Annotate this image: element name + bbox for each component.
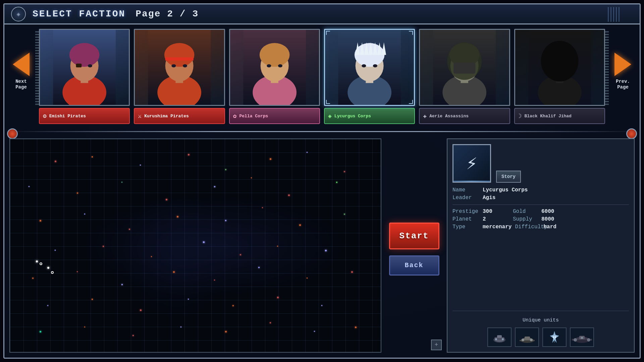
faction-row: ⚙Emishi Pirates⚔Kurushima Pirates✿Pella … [36, 26, 608, 130]
unit-1 [487, 327, 512, 347]
map-dot [47, 267, 49, 269]
start-label: Start [399, 231, 429, 241]
svg-point-54 [541, 41, 578, 81]
prestige-gold-row: Prestige 300 Gold 6000 [452, 208, 629, 215]
unique-units-title: Unique units [452, 317, 629, 323]
map-dot [225, 169, 226, 170]
svg-point-74 [574, 338, 577, 342]
nav-left-label: Next Page [15, 79, 27, 90]
svg-point-12 [164, 43, 195, 67]
next-page-button[interactable]: Prev. Page [609, 28, 636, 115]
faction-label-kurushima: Kurushima Pirates [144, 114, 189, 119]
leader-label: Leader [452, 195, 481, 201]
faction-icon-lycurgus: ◈ [328, 112, 332, 120]
faction-label-pella: Pella Corps [239, 114, 268, 119]
stats-grid: Name Lycurgus Corps Leader Agis Prestige… [452, 187, 629, 306]
map-dot [288, 194, 290, 196]
faction-card-pella[interactable]: ✿Pella Corps [229, 29, 320, 124]
faction-btn-aerie[interactable]: ✚Aerie Assassins [419, 108, 510, 124]
map-dot [314, 331, 315, 332]
faction-btn-pella[interactable]: ✿Pella Corps [229, 108, 320, 124]
svg-point-66 [530, 339, 533, 341]
back-button[interactable]: Back [389, 255, 439, 276]
faction-card-emishi[interactable]: ⚙Emishi Pirates [39, 29, 130, 124]
map-dot [55, 250, 56, 251]
faction-btn-emishi[interactable]: ⚙Emishi Pirates [39, 108, 130, 124]
difficulty-value: hard [543, 224, 556, 230]
faction-icon-aerie: ✚ [423, 112, 427, 120]
svg-point-14 [183, 64, 187, 67]
faction-card-lycurgus[interactable]: ◈Lycurgus Corps [324, 29, 415, 124]
svg-point-4 [69, 43, 100, 67]
map-dot [277, 246, 278, 247]
faction-btn-blackkhalif[interactable]: ☽Black Khalif Jihad [514, 108, 605, 124]
map-dot [344, 214, 345, 215]
units-container [452, 327, 629, 347]
story-label: Story [501, 174, 516, 179]
map-dot [40, 331, 41, 333]
svg-point-75 [587, 338, 590, 342]
main-frame: ◈ Select Faction Page 2 / 3 Next Page Pr… [3, 3, 641, 359]
svg-rect-58 [497, 335, 502, 338]
map-dot [344, 171, 345, 172]
separator [4, 131, 640, 132]
faction-portrait-aerie [419, 29, 510, 106]
name-label: Name [452, 187, 481, 193]
map-dot [132, 335, 134, 336]
svg-point-13 [172, 64, 176, 67]
leader-value: Agis [483, 195, 509, 201]
gold-value: 6000 [541, 208, 554, 215]
map-dot [84, 326, 85, 327]
info-panel: ⚡ Story Name Lycurgus Corps Leader Agis … [447, 138, 635, 353]
back-label: Back [405, 261, 423, 269]
add-button[interactable]: + [431, 340, 442, 350]
type-difficulty-row: Type mercenary Difficulty hard [452, 224, 629, 230]
svg-point-44 [447, 42, 482, 80]
top-bar: ◈ Select Faction Page 2 / 3 [4, 4, 640, 24]
faction-btn-lycurgus[interactable]: ◈Lycurgus Corps [324, 108, 415, 124]
divider1 [452, 204, 629, 205]
map-dot [173, 271, 175, 273]
map-panel [9, 138, 381, 353]
faction-icon-emishi: ⚙ [43, 112, 47, 120]
faction-card-blackkhalif[interactable]: ☽Black Khalif Jihad [514, 29, 605, 124]
map-dot [121, 182, 122, 183]
gold-label: Gold [513, 208, 540, 215]
unit-2 [515, 327, 539, 347]
faction-portrait-lycurgus [324, 29, 415, 106]
map-dot [214, 280, 215, 281]
faction-name-value: Lycurgus Corps [483, 187, 528, 193]
map-dot [140, 165, 141, 166]
supply-label: Supply [513, 216, 540, 222]
map-dot [166, 199, 167, 200]
prestige-value: 300 [483, 208, 509, 215]
type-value: mercenary [483, 224, 512, 230]
start-button[interactable]: Start [389, 223, 439, 249]
corner-decor-ml [7, 128, 18, 139]
difficulty-label: Difficulty [515, 224, 542, 230]
prev-page-button[interactable]: Next Page [8, 28, 35, 115]
faction-label-lycurgus: Lycurgus Corps [334, 114, 371, 119]
top-bar-emblem: ◈ [11, 7, 26, 21]
faction-label-blackkhalif: Black Khalif Jihad [524, 114, 571, 119]
faction-portrait-blackkhalif [514, 29, 605, 106]
svg-rect-45 [453, 63, 475, 74]
corner-decor-mr [626, 128, 637, 139]
faction-btn-kurushima[interactable]: ⚔Kurushima Pirates [134, 108, 225, 124]
map-dot [351, 271, 353, 273]
map-dot [140, 309, 142, 311]
map-dot [240, 254, 241, 255]
svg-point-29 [373, 64, 377, 67]
story-button[interactable]: Story [496, 171, 521, 183]
svg-rect-7 [76, 64, 82, 67]
faction-label-emishi: Emishi Pirates [49, 114, 86, 119]
planet-label: Planet [452, 216, 481, 222]
leader-portrait: ⚡ [452, 144, 491, 183]
svg-point-21 [267, 64, 271, 67]
planet-supply-row: Planet 2 Supply 8000 [452, 216, 629, 222]
svg-rect-62 [525, 337, 530, 340]
galaxy-overlay [10, 139, 381, 352]
map-dot [214, 186, 215, 187]
faction-card-kurushima[interactable]: ⚔Kurushima Pirates [134, 29, 225, 124]
faction-card-aerie[interactable]: ✚Aerie Assassins [419, 29, 510, 124]
